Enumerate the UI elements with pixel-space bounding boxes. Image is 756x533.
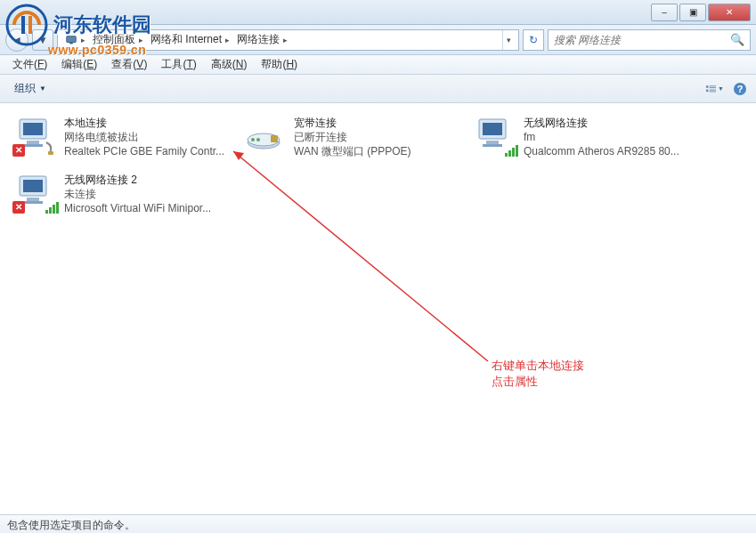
wifi-signal-icon [45,202,59,214]
address-bar: ◄ ▼ ▸ 控制面板▸ 网络和 Internet▸ 网络连接▸ ▾ ↻ 🔍 [0,25,756,55]
svg-rect-15 [27,141,39,144]
svg-rect-10 [710,91,716,92]
svg-rect-25 [486,141,499,144]
svg-rect-14 [23,123,43,135]
wifi-adapter-icon: ✕ [14,173,57,212]
help-icon[interactable]: ? [731,80,749,98]
view-mode-button[interactable]: ▼ [706,80,724,98]
connection-item-wifi-2[interactable]: ✕ 无线网络连接 2 未连接 Microsoft Virtual WiFi Mi… [11,167,240,221]
wifi-signal-icon [505,145,518,157]
menu-file[interactable]: 文件(F) [5,55,54,74]
breadcrumb-dropdown[interactable]: ▾ [502,30,515,50]
connection-status: 已断开连接 [294,130,411,144]
svg-rect-22 [271,135,278,142]
svg-rect-9 [710,89,716,90]
svg-rect-24 [483,123,502,135]
modem-icon [244,116,287,155]
organize-button[interactable]: 组织 ▼ [7,78,53,99]
connection-status: 未连接 [64,187,211,201]
window-titlebar: – ▣ ✕ [0,0,756,25]
search-icon[interactable]: 🔍 [730,33,744,46]
connection-item-broadband[interactable]: 宽带连接 已断开连接 WAN 微型端口 (PPPOE) [240,110,470,164]
svg-rect-16 [23,144,43,147]
annotation-text: 右键单击本地连接 点击属性 [492,358,584,390]
connection-name: 宽带连接 [294,116,411,130]
content-area: ✕ 本地连接 网络电缆被拔出 Realtek PCIe GBE Family C… [0,103,756,514]
chevron-down-icon: ▼ [39,85,46,93]
svg-point-21 [256,138,260,141]
connection-device: WAN 微型端口 (PPPOE) [294,144,411,158]
svg-rect-3 [67,36,77,42]
menu-advanced[interactable]: 高级(N) [204,55,255,74]
svg-rect-7 [710,87,716,88]
svg-rect-17 [48,151,53,155]
nav-back-button[interactable]: ◄ [5,28,28,52]
svg-rect-28 [23,180,43,192]
connection-device: Realtek PCIe GBE Family Contr... [64,144,224,158]
wifi-adapter-icon [474,116,516,155]
status-bar: 包含使用选定项目的命令。 [0,514,756,533]
svg-rect-26 [483,144,502,147]
menu-tools[interactable]: 工具(T) [154,55,203,74]
chevron-right-icon: ▸ [139,36,143,44]
breadcrumb[interactable]: ▸ 控制面板▸ 网络和 Internet▸ 网络连接▸ ▾ [57,29,519,51]
chevron-down-icon: ▼ [718,85,724,92]
breadcrumb-icon: ▸ [61,34,89,46]
disabled-badge-icon: ✕ [12,201,25,214]
connection-name: 本地连接 [64,116,224,130]
nav-history-button[interactable]: ▼ [32,29,53,51]
svg-rect-6 [710,85,716,86]
svg-point-20 [251,138,255,141]
search-input[interactable] [554,34,730,46]
breadcrumb-seg-1[interactable]: 网络和 Internet▸ [147,32,233,47]
connection-device: Microsoft Virtual WiFi Minipor... [64,201,211,215]
connection-name: 无线网络连接 [524,116,679,130]
connection-name: 无线网络连接 2 [64,173,211,187]
svg-rect-29 [27,198,39,201]
minimize-button[interactable]: – [651,4,678,21]
connection-item-local[interactable]: ✕ 本地连接 网络电缆被拔出 Realtek PCIe GBE Family C… [11,110,240,164]
menu-edit[interactable]: 编辑(E) [54,55,104,74]
menu-view[interactable]: 查看(V) [104,55,154,74]
breadcrumb-seg-2[interactable]: 网络连接▸ [233,32,291,47]
search-box[interactable]: 🔍 [548,29,751,51]
connection-status: fm [524,130,679,144]
ethernet-icon: ✕ [14,116,57,155]
breadcrumb-seg-0[interactable]: 控制面板▸ [89,32,147,47]
status-text: 包含使用选定项目的命令。 [7,519,135,531]
disabled-badge-icon: ✕ [12,144,25,157]
svg-rect-5 [706,85,708,87]
connection-device: Qualcomm Atheros AR9285 80... [524,144,679,158]
menu-help[interactable]: 帮助(H) [254,55,305,74]
svg-rect-4 [69,42,73,44]
svg-rect-30 [23,201,43,204]
refresh-button[interactable]: ↻ [523,29,544,51]
chevron-right-icon: ▸ [225,36,230,44]
toolbar: 组织 ▼ ▼ ? [0,75,756,103]
chevron-right-icon: ▸ [81,36,85,44]
svg-text:?: ? [737,84,744,94]
chevron-right-icon: ▸ [283,36,288,44]
connection-item-wifi[interactable]: 无线网络连接 fm Qualcomm Atheros AR9285 80... [470,110,700,164]
maximize-button[interactable]: ▣ [679,4,706,21]
menu-bar: 文件(F) 编辑(E) 查看(V) 工具(T) 高级(N) 帮助(H) [0,55,756,75]
svg-rect-8 [706,89,708,91]
close-button[interactable]: ✕ [708,4,751,21]
connection-grid: ✕ 本地连接 网络电缆被拔出 Realtek PCIe GBE Family C… [11,110,745,221]
connection-status: 网络电缆被拔出 [64,130,224,144]
